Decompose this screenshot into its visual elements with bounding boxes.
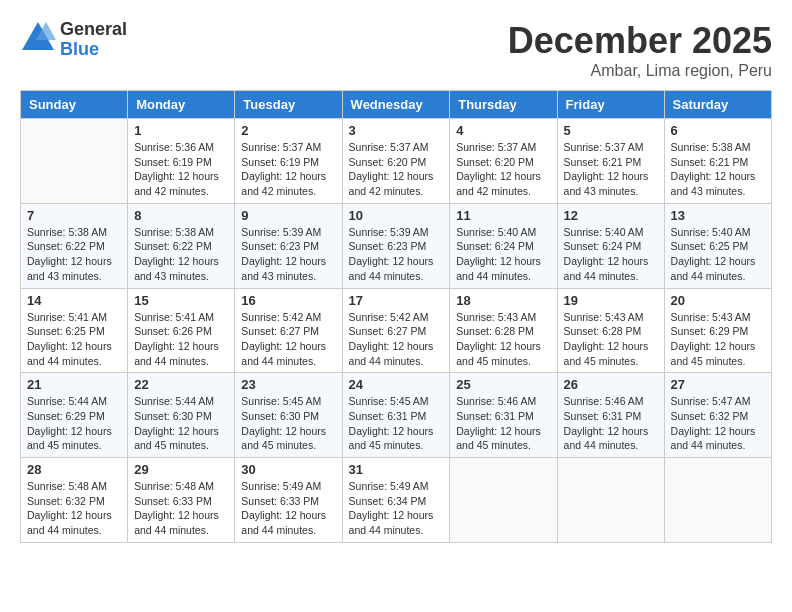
day-number: 7: [27, 208, 121, 223]
month-title: December 2025: [508, 20, 772, 62]
logo-icon: [20, 20, 56, 60]
calendar-week-5: 28Sunrise: 5:48 AMSunset: 6:32 PMDayligh…: [21, 458, 772, 543]
day-number: 31: [349, 462, 444, 477]
day-number: 9: [241, 208, 335, 223]
weekday-header-monday: Monday: [128, 91, 235, 119]
calendar-cell: 20Sunrise: 5:43 AMSunset: 6:29 PMDayligh…: [664, 288, 771, 373]
day-number: 27: [671, 377, 765, 392]
day-number: 23: [241, 377, 335, 392]
day-number: 10: [349, 208, 444, 223]
day-number: 28: [27, 462, 121, 477]
day-number: 25: [456, 377, 550, 392]
weekday-header-tuesday: Tuesday: [235, 91, 342, 119]
calendar-cell: 8Sunrise: 5:38 AMSunset: 6:22 PMDaylight…: [128, 203, 235, 288]
calendar-cell: 15Sunrise: 5:41 AMSunset: 6:26 PMDayligh…: [128, 288, 235, 373]
calendar-cell: 30Sunrise: 5:49 AMSunset: 6:33 PMDayligh…: [235, 458, 342, 543]
day-info: Sunrise: 5:38 AMSunset: 6:22 PMDaylight:…: [134, 225, 228, 284]
day-info: Sunrise: 5:44 AMSunset: 6:29 PMDaylight:…: [27, 394, 121, 453]
day-info: Sunrise: 5:47 AMSunset: 6:32 PMDaylight:…: [671, 394, 765, 453]
day-number: 3: [349, 123, 444, 138]
day-number: 8: [134, 208, 228, 223]
day-info: Sunrise: 5:45 AMSunset: 6:30 PMDaylight:…: [241, 394, 335, 453]
calendar-cell: 28Sunrise: 5:48 AMSunset: 6:32 PMDayligh…: [21, 458, 128, 543]
day-info: Sunrise: 5:43 AMSunset: 6:28 PMDaylight:…: [564, 310, 658, 369]
day-info: Sunrise: 5:37 AMSunset: 6:19 PMDaylight:…: [241, 140, 335, 199]
calendar-cell: 26Sunrise: 5:46 AMSunset: 6:31 PMDayligh…: [557, 373, 664, 458]
calendar-cell: 18Sunrise: 5:43 AMSunset: 6:28 PMDayligh…: [450, 288, 557, 373]
location-subtitle: Ambar, Lima region, Peru: [508, 62, 772, 80]
calendar-cell: 4Sunrise: 5:37 AMSunset: 6:20 PMDaylight…: [450, 119, 557, 204]
day-info: Sunrise: 5:49 AMSunset: 6:33 PMDaylight:…: [241, 479, 335, 538]
calendar-cell: [21, 119, 128, 204]
day-info: Sunrise: 5:48 AMSunset: 6:33 PMDaylight:…: [134, 479, 228, 538]
weekday-header-wednesday: Wednesday: [342, 91, 450, 119]
day-info: Sunrise: 5:44 AMSunset: 6:30 PMDaylight:…: [134, 394, 228, 453]
title-block: December 2025 Ambar, Lima region, Peru: [508, 20, 772, 80]
weekday-header-saturday: Saturday: [664, 91, 771, 119]
calendar-week-2: 7Sunrise: 5:38 AMSunset: 6:22 PMDaylight…: [21, 203, 772, 288]
day-info: Sunrise: 5:49 AMSunset: 6:34 PMDaylight:…: [349, 479, 444, 538]
day-number: 24: [349, 377, 444, 392]
day-number: 2: [241, 123, 335, 138]
logo-general: General: [60, 19, 127, 39]
calendar-cell: 5Sunrise: 5:37 AMSunset: 6:21 PMDaylight…: [557, 119, 664, 204]
day-number: 26: [564, 377, 658, 392]
day-info: Sunrise: 5:45 AMSunset: 6:31 PMDaylight:…: [349, 394, 444, 453]
weekday-header-thursday: Thursday: [450, 91, 557, 119]
day-number: 4: [456, 123, 550, 138]
day-number: 1: [134, 123, 228, 138]
calendar-cell: 19Sunrise: 5:43 AMSunset: 6:28 PMDayligh…: [557, 288, 664, 373]
day-number: 14: [27, 293, 121, 308]
day-info: Sunrise: 5:38 AMSunset: 6:22 PMDaylight:…: [27, 225, 121, 284]
calendar-cell: 24Sunrise: 5:45 AMSunset: 6:31 PMDayligh…: [342, 373, 450, 458]
calendar-cell: 11Sunrise: 5:40 AMSunset: 6:24 PMDayligh…: [450, 203, 557, 288]
day-info: Sunrise: 5:36 AMSunset: 6:19 PMDaylight:…: [134, 140, 228, 199]
day-number: 6: [671, 123, 765, 138]
calendar-cell: 7Sunrise: 5:38 AMSunset: 6:22 PMDaylight…: [21, 203, 128, 288]
logo-blue: Blue: [60, 39, 99, 59]
day-info: Sunrise: 5:43 AMSunset: 6:29 PMDaylight:…: [671, 310, 765, 369]
calendar-cell: 14Sunrise: 5:41 AMSunset: 6:25 PMDayligh…: [21, 288, 128, 373]
day-info: Sunrise: 5:48 AMSunset: 6:32 PMDaylight:…: [27, 479, 121, 538]
day-number: 22: [134, 377, 228, 392]
page-header: General Blue December 2025 Ambar, Lima r…: [20, 20, 772, 80]
calendar-cell: 6Sunrise: 5:38 AMSunset: 6:21 PMDaylight…: [664, 119, 771, 204]
weekday-header-row: SundayMondayTuesdayWednesdayThursdayFrid…: [21, 91, 772, 119]
calendar-cell: 3Sunrise: 5:37 AMSunset: 6:20 PMDaylight…: [342, 119, 450, 204]
day-info: Sunrise: 5:41 AMSunset: 6:25 PMDaylight:…: [27, 310, 121, 369]
day-number: 17: [349, 293, 444, 308]
day-number: 30: [241, 462, 335, 477]
calendar-cell: 13Sunrise: 5:40 AMSunset: 6:25 PMDayligh…: [664, 203, 771, 288]
day-number: 29: [134, 462, 228, 477]
calendar-table: SundayMondayTuesdayWednesdayThursdayFrid…: [20, 90, 772, 543]
day-info: Sunrise: 5:37 AMSunset: 6:20 PMDaylight:…: [349, 140, 444, 199]
day-number: 11: [456, 208, 550, 223]
day-number: 13: [671, 208, 765, 223]
calendar-cell: 12Sunrise: 5:40 AMSunset: 6:24 PMDayligh…: [557, 203, 664, 288]
calendar-cell: 9Sunrise: 5:39 AMSunset: 6:23 PMDaylight…: [235, 203, 342, 288]
logo: General Blue: [20, 20, 127, 60]
calendar-cell: 10Sunrise: 5:39 AMSunset: 6:23 PMDayligh…: [342, 203, 450, 288]
day-info: Sunrise: 5:41 AMSunset: 6:26 PMDaylight:…: [134, 310, 228, 369]
calendar-week-1: 1Sunrise: 5:36 AMSunset: 6:19 PMDaylight…: [21, 119, 772, 204]
day-info: Sunrise: 5:43 AMSunset: 6:28 PMDaylight:…: [456, 310, 550, 369]
calendar-week-4: 21Sunrise: 5:44 AMSunset: 6:29 PMDayligh…: [21, 373, 772, 458]
day-number: 20: [671, 293, 765, 308]
calendar-cell: [664, 458, 771, 543]
calendar-cell: [450, 458, 557, 543]
day-number: 18: [456, 293, 550, 308]
day-info: Sunrise: 5:38 AMSunset: 6:21 PMDaylight:…: [671, 140, 765, 199]
day-info: Sunrise: 5:39 AMSunset: 6:23 PMDaylight:…: [349, 225, 444, 284]
calendar-cell: 17Sunrise: 5:42 AMSunset: 6:27 PMDayligh…: [342, 288, 450, 373]
calendar-cell: [557, 458, 664, 543]
calendar-cell: 29Sunrise: 5:48 AMSunset: 6:33 PMDayligh…: [128, 458, 235, 543]
weekday-header-friday: Friday: [557, 91, 664, 119]
day-info: Sunrise: 5:40 AMSunset: 6:25 PMDaylight:…: [671, 225, 765, 284]
day-number: 19: [564, 293, 658, 308]
calendar-cell: 21Sunrise: 5:44 AMSunset: 6:29 PMDayligh…: [21, 373, 128, 458]
calendar-cell: 22Sunrise: 5:44 AMSunset: 6:30 PMDayligh…: [128, 373, 235, 458]
day-info: Sunrise: 5:37 AMSunset: 6:20 PMDaylight:…: [456, 140, 550, 199]
day-number: 16: [241, 293, 335, 308]
logo-text-block: General Blue: [60, 20, 127, 60]
day-info: Sunrise: 5:46 AMSunset: 6:31 PMDaylight:…: [564, 394, 658, 453]
